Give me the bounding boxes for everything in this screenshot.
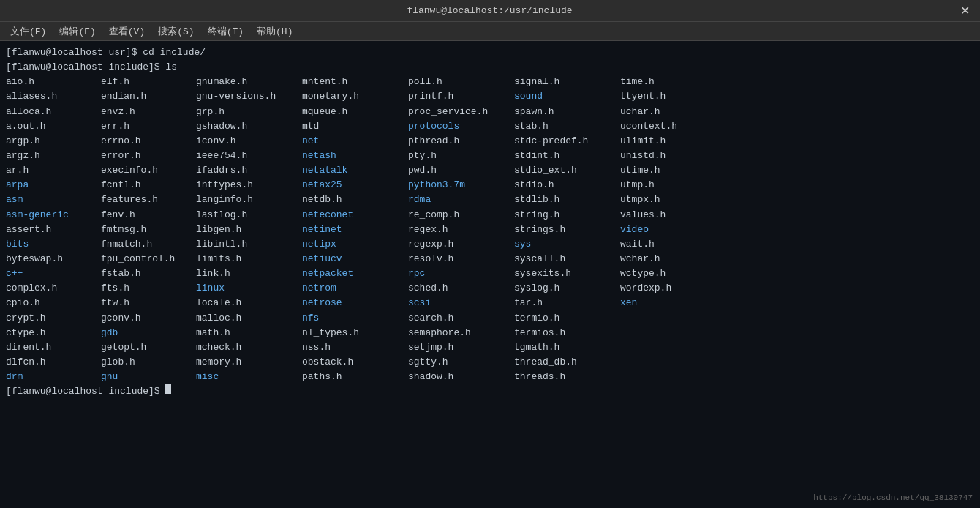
file-row-9: asm features.h langinfo.h netdb.h rdma s… bbox=[6, 193, 974, 207]
file-row-19: dirent.h getopt.h mcheck.h nss.h setjmp.… bbox=[6, 340, 974, 355]
cmd-line-1: [flanwu@localhost usr]$ cd include/ bbox=[6, 45, 974, 60]
menu-bar: 文件(F) 编辑(E) 查看(V) 搜索(S) 终端(T) 帮助(H) bbox=[0, 22, 980, 41]
menu-edit[interactable]: 编辑(E) bbox=[53, 23, 101, 40]
close-button[interactable]: ✕ bbox=[957, 4, 973, 18]
file-row-15: complex.h fts.h linux netrom sched.h sys… bbox=[6, 281, 974, 296]
file-row-18: ctype.h gdb math.h nl_types.h semaphore.… bbox=[6, 326, 974, 340]
window-title: flanwu@localhost:/usr/include bbox=[22, 5, 957, 16]
file-row-10: asm-generic fenv.h lastlog.h neteconet r… bbox=[6, 208, 974, 223]
prompt-1: [flanwu@localhost usr]$ cd include/ bbox=[6, 45, 206, 60]
footer-link: https://blog.csdn.net/qq_38130747 bbox=[813, 492, 973, 504]
terminal-body[interactable]: [flanwu@localhost usr]$ cd include/ [fla… bbox=[0, 41, 980, 508]
file-row-17: crypt.h gconv.h malloc.h nfs search.h te… bbox=[6, 311, 974, 326]
file-row-2: aliases.h endian.h gnu-versions.h moneta… bbox=[6, 89, 974, 104]
file-row-12: bits fnmatch.h libintl.h netipx regexp.h… bbox=[6, 237, 974, 252]
file-row-3: alloca.h envz.h grp.h mqueue.h proc_serv… bbox=[6, 105, 974, 119]
menu-help[interactable]: 帮助(H) bbox=[251, 23, 298, 40]
file-row-21: drm gnu misc paths.h shadow.h threads.h bbox=[6, 370, 974, 384]
title-bar: flanwu@localhost:/usr/include ✕ bbox=[0, 0, 980, 22]
final-prompt: [flanwu@localhost include]$ bbox=[6, 384, 165, 399]
prompt-2: [flanwu@localhost include]$ ls bbox=[6, 60, 177, 75]
cmd-line-2: [flanwu@localhost include]$ ls bbox=[6, 60, 974, 75]
file-row-1: aio.h elf.h gnumake.h mntent.h poll.h si… bbox=[6, 75, 974, 89]
file-row-8: arpa fcntl.h inttypes.h netax25 python3.… bbox=[6, 178, 974, 193]
file-row-11: assert.h fmtmsg.h libgen.h netinet regex… bbox=[6, 223, 974, 237]
file-row-6: argz.h error.h ieee754.h netash pty.h st… bbox=[6, 149, 974, 163]
file-row-7: ar.h execinfo.h ifaddrs.h netatalk pwd.h… bbox=[6, 163, 974, 178]
file-row-20: dlfcn.h glob.h memory.h obstack.h sgtty.… bbox=[6, 355, 974, 370]
file-row-16: cpio.h ftw.h locale.h netrose scsi tar.h… bbox=[6, 296, 974, 310]
file-row-14: c++ fstab.h link.h netpacket rpc sysexit… bbox=[6, 266, 974, 281]
menu-file[interactable]: 文件(F) bbox=[4, 23, 52, 40]
prompt-final-line: [flanwu@localhost include]$ bbox=[6, 384, 974, 399]
file-row-5: argp.h errno.h iconv.h net pthread.h std… bbox=[6, 134, 974, 149]
menu-view[interactable]: 查看(V) bbox=[103, 23, 151, 40]
cursor bbox=[165, 384, 171, 394]
file-row-13: byteswap.h fpu_control.h limits.h netiuc… bbox=[6, 252, 974, 266]
file-row-4: a.out.h err.h gshadow.h mtd protocols st… bbox=[6, 119, 974, 134]
menu-terminal[interactable]: 终端(T) bbox=[202, 23, 249, 40]
menu-search[interactable]: 搜索(S) bbox=[152, 23, 200, 40]
